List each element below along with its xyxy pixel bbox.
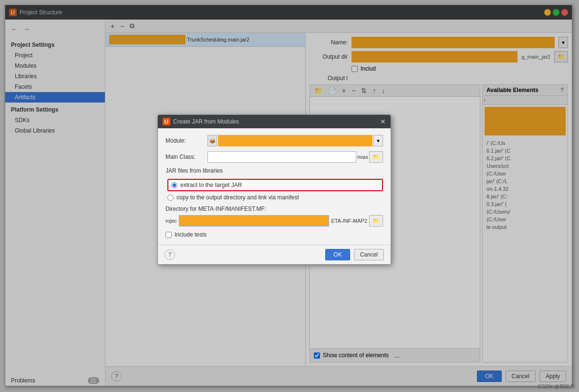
dialog-help-button[interactable]: ? <box>165 249 175 260</box>
module-icon: 📦 <box>207 135 217 146</box>
main-class-label: Main Class: <box>165 154 204 160</box>
extract-label: extract to the target JAR <box>180 182 242 188</box>
main-class-input[interactable] <box>207 151 356 163</box>
radio-group: extract to the target JAR copy to the ou… <box>165 179 383 201</box>
manifest-input-row: rojec ETA-INF-MAP2 📁 <box>165 215 383 227</box>
copy-radio[interactable] <box>167 195 174 201</box>
dialog-overlay: IJ Create JAR from Modules ✕ Module: 📦 ▼… <box>0 0 579 392</box>
dialog-title-bar: IJ Create JAR from Modules ✕ <box>158 115 391 128</box>
dialog-close-button[interactable]: ✕ <box>380 118 386 125</box>
extract-radio-row: extract to the target JAR <box>167 179 383 191</box>
manifest-dir-label: Directory for META-INF/MANIFEST.MF: <box>165 206 383 212</box>
module-field-row: Module: 📦 ▼ <box>165 135 383 146</box>
manifest-prefix: rojec <box>165 218 177 224</box>
dialog-body: Module: 📦 ▼ Main Class: nvas 📁 JAR files… <box>158 128 391 245</box>
copy-radio-row: copy to the output directory and link vi… <box>167 194 383 201</box>
main-class-suffix: nvas <box>357 154 368 160</box>
create-jar-dialog: IJ Create JAR from Modules ✕ Module: 📦 ▼… <box>157 114 391 265</box>
module-input[interactable] <box>218 135 372 146</box>
include-tests-row: Include tests <box>165 231 383 238</box>
dialog-cancel-button[interactable]: Cancel <box>354 249 384 260</box>
manifest-path-orange[interactable] <box>179 215 330 227</box>
manifest-section: Directory for META-INF/MANIFEST.MF: roje… <box>165 206 383 227</box>
dialog-icon: IJ <box>163 118 170 125</box>
dialog-title-text: Create JAR from Modules <box>173 118 239 125</box>
dialog-title-left: IJ Create JAR from Modules <box>163 118 239 125</box>
module-label: Module: <box>165 137 204 144</box>
dialog-footer: ? OK Cancel <box>158 245 391 264</box>
module-dropdown-button[interactable]: ▼ <box>373 135 383 146</box>
jar-files-label: JAR files from libraries <box>165 167 383 174</box>
include-tests-checkbox[interactable] <box>165 232 172 238</box>
dialog-ok-button[interactable]: OK <box>325 249 350 260</box>
manifest-suffix: ETA-INF-MAP2 <box>331 218 367 224</box>
dialog-footer-right: OK Cancel <box>325 249 384 260</box>
main-class-browse-button[interactable]: 📁 <box>369 151 383 163</box>
extract-radio[interactable] <box>171 182 177 188</box>
manifest-browse-button[interactable]: 📁 <box>369 215 383 227</box>
main-class-field-row: Main Class: nvas 📁 <box>165 151 383 163</box>
copy-label: copy to the output directory and link vi… <box>176 194 299 201</box>
include-tests-label: Include tests <box>175 231 207 238</box>
